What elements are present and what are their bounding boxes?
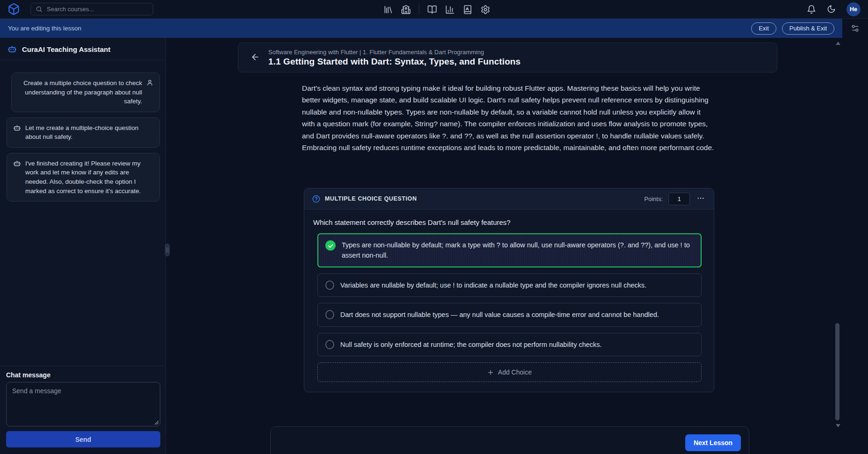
choice-text: Variables are nullable by default; use !… [340,280,646,290]
lesson-nav-card: Next Lesson [270,426,749,454]
editing-banner-text: You are editing this lesson [8,25,81,32]
mcq-header: MULTIPLE CHOICE QUESTION Points: [304,188,714,209]
sidebar-title: CuraAI Teaching Assistant [22,45,110,53]
search-icon [36,6,43,13]
page-title: 1.1 Getting Started with Dart: Syntax, T… [268,57,521,67]
choice-text: Types are non-nullable by default; mark … [342,240,694,261]
topbar-nav-icons [383,0,490,19]
publish-exit-button[interactable]: Publish & Exit [782,22,834,35]
course-search [30,3,153,15]
send-button[interactable]: Send [6,431,160,447]
app-logo-cube-icon[interactable] [7,3,20,15]
bell-icon[interactable] [807,5,816,14]
chat-message-user: Create a multiple choice question to che… [11,72,160,112]
scroll-down-arrow-icon[interactable] [836,424,840,427]
exit-button[interactable]: Exit [751,22,776,35]
resize-grip-icon[interactable] [154,420,159,425]
book-a-icon[interactable] [463,5,473,14]
answer-choice[interactable]: Types are non-nullable by default; mark … [317,233,702,267]
chat-message-label: Chat message [6,371,160,379]
plus-icon [487,369,494,376]
banner-actions: Exit Publish & Exit [751,22,834,35]
points-label: Points: [644,195,663,202]
add-choice-button[interactable]: Add Choice [317,362,702,382]
points-input[interactable] [668,193,690,205]
sliders-settings-icon[interactable] [851,24,860,33]
library-icon[interactable] [383,5,393,14]
search-input[interactable] [47,6,148,13]
ai-assistant-sidebar: CuraAI Teaching Assistant Create a multi… [0,38,166,454]
chat-input-area: Chat message Send [0,366,165,454]
topbar: He [0,0,868,19]
gear-icon[interactable] [481,5,490,14]
answer-choice[interactable]: Null safety is only enforced at runtime;… [317,333,702,356]
question-type-label: MULTIPLE CHOICE QUESTION [325,195,417,202]
radio-circle[interactable] [325,281,334,290]
resizer-handle[interactable] [165,244,170,256]
bar-chart-icon[interactable] [445,5,455,14]
radio-circle[interactable] [325,340,334,349]
user-icon [146,79,153,86]
lesson-main: Software Engineering with Flutter | 1. F… [171,38,842,454]
editing-banner: You are editing this lesson Exit Publish… [0,19,842,38]
robot-icon [7,44,17,54]
chat-messages: Create a multiple choice question to che… [0,60,165,366]
add-choice-label: Add Choice [498,368,531,376]
sidebar-resizer[interactable] [166,38,171,454]
next-lesson-button[interactable]: Next Lesson [685,434,741,451]
chat-message-input[interactable] [6,382,160,426]
choice-text: Null safety is only enforced at runtime;… [340,339,602,350]
choice-list: Types are non-nullable by default; mark … [317,233,702,356]
breadcrumb: Software Engineering with Flutter | 1. F… [268,49,521,56]
main-scrollbar[interactable] [834,40,841,452]
scroll-up-arrow-icon[interactable] [836,42,840,45]
more-options-icon[interactable] [696,193,706,205]
robot-icon [13,124,21,132]
chat-message-assistant: Let me create a multiple-choice question… [7,117,160,148]
sidebar-header: CuraAI Teaching Assistant [0,38,165,60]
radio-circle[interactable] [325,310,334,319]
answer-choice[interactable]: Dart does not support nullable types — a… [317,303,702,326]
toolbar-divider [419,4,419,15]
question-prompt: Which statement correctly describes Dart… [313,218,705,226]
answer-choice[interactable]: Variables are nullable by default; use !… [317,274,702,297]
correct-check-icon[interactable] [325,240,336,251]
mcq-body: Which statement correctly describes Dart… [304,209,714,392]
book-open-icon[interactable] [427,5,437,14]
lesson-paragraph: Dart's clean syntax and strong typing ma… [302,82,715,153]
robot-icon [13,159,21,167]
multiple-choice-question-card: MULTIPLE CHOICE QUESTION Points: Which s… [304,188,714,392]
topbar-right: He [807,2,861,16]
choice-text: Dart does not support nullable types — a… [340,310,659,320]
app-body: CuraAI Teaching Assistant Create a multi… [0,38,868,454]
lesson-header-card: Software Engineering with Flutter | 1. F… [238,43,777,72]
chat-message-assistant: I've finished creating it! Please review… [7,153,160,202]
scrollbar-thumb[interactable] [835,323,839,420]
dark-mode-moon-icon[interactable] [827,5,836,14]
back-arrow-icon[interactable] [250,51,261,64]
school-icon[interactable] [401,5,411,14]
question-circle-icon [312,195,320,203]
user-avatar[interactable]: He [846,2,861,16]
